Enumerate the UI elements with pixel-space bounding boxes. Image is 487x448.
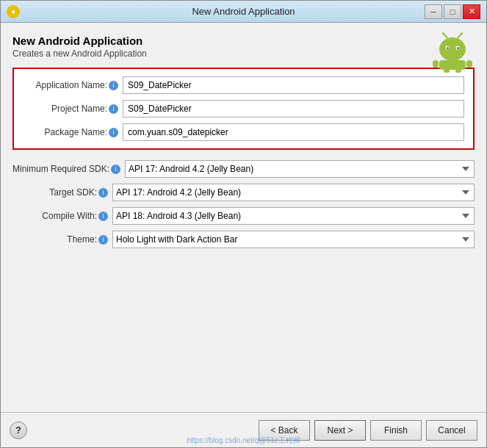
title-bar-left: ● [7,5,20,18]
app-icon: ● [7,5,20,18]
window-title: New Android Application [192,6,295,17]
project-name-info-icon[interactable]: i [109,104,118,114]
android-logo [430,29,475,73]
close-button[interactable]: ✕ [463,4,480,19]
page-subtitle: Creates a new Android Application [12,48,475,59]
target-sdk-row: Target SDK: i API 17: Android 4.2 (Jelly… [12,184,475,201]
page-header: New Android Application Creates a new An… [12,35,475,59]
watermark: https://blog.csdn.net/q@51c工程师 [187,436,300,446]
svg-line-5 [444,34,447,38]
compile-with-row: Compile With: i API 18: Android 4.3 (Jel… [12,207,475,225]
window-controls: ─ □ ✕ [425,4,480,19]
svg-point-8 [461,32,463,35]
svg-line-7 [458,34,461,38]
dropdowns-section: Minimum Required SDK: i API 17: Android … [12,160,475,248]
svg-rect-13 [455,69,461,73]
finish-button[interactable]: Finish [370,420,422,441]
svg-point-4 [457,47,458,48]
package-name-row: Package Name: i [23,123,464,141]
title-bar: ● New Android Application ─ □ ✕ [1,1,486,23]
svg-rect-9 [439,60,466,70]
svg-rect-11 [466,60,472,68]
svg-rect-10 [433,60,439,68]
window: ● New Android Application ─ □ ✕ [0,0,487,448]
svg-point-3 [447,47,448,48]
theme-label: Theme: i [12,234,108,245]
application-name-row: Application Name: i [23,76,464,94]
package-name-label: Package Name: i [23,127,118,137]
minimum-sdk-info-icon[interactable]: i [111,165,120,174]
application-name-info-icon[interactable]: i [109,81,118,90]
minimum-sdk-label: Minimum Required SDK: i [12,164,120,174]
target-sdk-select[interactable]: API 17: Android 4.2 (Jelly Bean) [112,184,475,201]
compile-with-label: Compile With: i [12,211,108,221]
svg-point-6 [442,32,444,35]
svg-point-0 [439,37,466,61]
target-sdk-info-icon[interactable]: i [98,188,108,198]
project-name-input[interactable] [123,100,464,118]
minimize-button[interactable]: ─ [425,4,442,19]
minimum-sdk-row: Minimum Required SDK: i API 17: Android … [12,160,475,178]
compile-with-info-icon[interactable]: i [98,212,108,221]
svg-rect-12 [444,69,450,73]
cancel-button[interactable]: Cancel [426,420,477,441]
page-title: New Android Application [12,35,475,47]
package-name-info-icon[interactable]: i [109,128,118,137]
project-name-label: Project Name: i [23,104,118,114]
help-button[interactable]: ? [10,422,27,439]
minimum-sdk-select[interactable]: API 17: Android 4.2 (Jelly Bean) [125,160,475,178]
theme-row: Theme: i Holo Light with Dark Action Bar [12,231,475,248]
package-name-input[interactable] [123,123,464,141]
compile-with-select[interactable]: API 18: Android 4.3 (Jelly Bean) [112,207,475,225]
project-name-row: Project Name: i [23,100,464,118]
form-section: Application Name: i Project Name: i Pack… [12,68,475,150]
maximize-button[interactable]: □ [444,4,461,19]
theme-select[interactable]: Holo Light with Dark Action Bar [112,231,475,248]
next-button[interactable]: Next > [314,420,366,441]
application-name-input[interactable] [123,76,464,94]
target-sdk-label: Target SDK: i [12,187,108,198]
theme-info-icon[interactable]: i [98,235,108,245]
application-name-label: Application Name: i [23,80,118,90]
main-content: New Android Application Creates a new An… [1,23,486,412]
bottom-left: ? [10,422,27,439]
